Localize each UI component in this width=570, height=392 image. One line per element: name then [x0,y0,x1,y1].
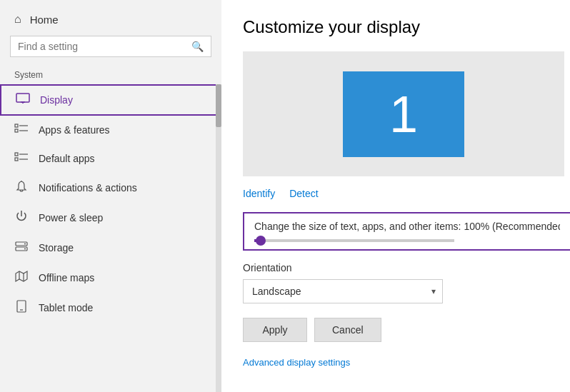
sidebar-item-tablet-mode[interactable]: Tablet mode [0,293,221,323]
search-icon: 🔍 [191,41,204,52]
system-label: System [0,67,221,84]
main-content: Customize your display 1 Identify Detect… [221,0,570,392]
svg-rect-0 [16,94,29,102]
default-apps-icon [14,151,29,166]
svg-rect-3 [15,124,18,127]
display-actions: Identify Detect [243,188,549,199]
sidebar-item-default-apps[interactable]: Default apps [0,144,221,173]
scale-text: Change the size of text, apps, and other… [254,221,560,232]
orientation-select-wrapper: Landscape Portrait Landscape (flipped) P… [243,279,443,303]
display-icon [16,93,30,107]
sidebar: ⌂ Home 🔍 System Display [0,0,221,392]
apps-features-icon [14,123,29,137]
svg-point-15 [24,243,26,245]
svg-rect-5 [15,129,18,132]
sidebar-item-storage-label: Storage [39,242,74,253]
identify-link[interactable]: Identify [243,188,275,199]
page-title: Customize your display [243,17,549,37]
sidebar-item-apps-features[interactable]: Apps & features [0,116,221,144]
notifications-icon [14,180,29,196]
display-preview: 1 [243,51,564,176]
sidebar-item-display-label: Display [40,94,73,106]
svg-rect-7 [15,153,18,156]
home-icon: ⌂ [14,13,21,26]
scale-box: Change the size of text, apps, and other… [243,212,570,251]
sidebar-item-notifications[interactable]: Notifications & actions [0,173,221,203]
sidebar-item-storage[interactable]: Storage [0,233,221,263]
tablet-mode-icon [14,300,29,316]
apply-button[interactable]: Apply [243,318,307,342]
offline-maps-icon [14,270,29,286]
home-nav-item[interactable]: ⌂ Home [0,0,221,36]
sidebar-item-notifications-label: Notifications & actions [39,182,137,194]
sidebar-item-power[interactable]: Power & sleep [0,203,221,233]
cancel-button[interactable]: Cancel [314,318,381,342]
sidebar-item-offline-maps-label: Offline maps [39,272,94,283]
scrollbar-thumb[interactable] [216,84,221,127]
search-input[interactable] [18,41,187,52]
sidebar-item-tablet-label: Tablet mode [39,302,93,313]
advanced-display-settings-link[interactable]: Advanced display settings [243,357,350,368]
svg-rect-19 [17,301,26,312]
search-box[interactable]: 🔍 [10,36,211,57]
sidebar-item-display[interactable]: Display [0,84,221,116]
scrollbar-track[interactable] [216,84,221,392]
svg-rect-9 [15,158,18,161]
monitor-graphic: 1 [343,71,464,157]
button-row: Apply Cancel [243,318,549,342]
monitor-number: 1 [389,89,418,140]
sidebar-item-apps-label: Apps & features [39,124,110,136]
sidebar-item-power-label: Power & sleep [39,212,103,223]
sidebar-nav-list: Display Apps & features [0,84,221,392]
orientation-label: Orientation [243,262,549,273]
slider-thumb[interactable] [256,236,266,246]
power-icon [14,210,29,226]
scale-slider-track[interactable] [254,239,454,242]
svg-point-16 [24,248,26,250]
orientation-select[interactable]: Landscape Portrait Landscape (flipped) P… [243,279,443,303]
home-label: Home [30,14,59,26]
sidebar-item-offline-maps[interactable]: Offline maps [0,263,221,293]
sidebar-item-default-apps-label: Default apps [39,153,95,164]
detect-link[interactable]: Detect [289,188,318,199]
storage-icon [14,240,29,256]
